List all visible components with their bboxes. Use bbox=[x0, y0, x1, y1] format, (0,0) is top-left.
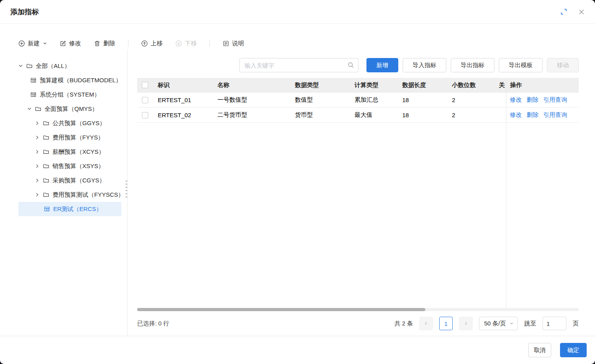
table-icon bbox=[30, 77, 37, 83]
modify-link[interactable]: 修改 bbox=[510, 96, 522, 104]
fixed-column-divider bbox=[506, 78, 506, 307]
delete-link[interactable]: 删除 bbox=[527, 111, 539, 119]
page-size-value: 50 条/页 bbox=[484, 320, 506, 327]
tree-item[interactable]: 采购预算（CGYS） bbox=[18, 173, 121, 188]
selected-count: 已选择: 0 行 bbox=[137, 320, 169, 327]
row-checkbox[interactable] bbox=[142, 112, 148, 118]
chevron-down-icon bbox=[43, 41, 47, 45]
ref-query-link[interactable]: 引用查询 bbox=[543, 111, 567, 119]
tree-item-selected[interactable]: ER测试（ERCS） bbox=[18, 202, 121, 216]
cell-name: 一号数值型 bbox=[213, 93, 290, 107]
tree-item[interactable]: 全部（ALL） bbox=[18, 59, 121, 73]
tree-item[interactable]: 销售预算（XSYS） bbox=[18, 159, 121, 173]
chevron-right-icon[interactable] bbox=[35, 135, 40, 140]
table-header-row: 标识 名称 数据类型 计算类型 数据长度 小数位数 关 操作 bbox=[137, 78, 579, 93]
chevron-right-icon bbox=[463, 321, 468, 326]
folder-icon bbox=[43, 149, 49, 155]
add-button[interactable]: 新增 bbox=[366, 58, 398, 72]
confirm-button[interactable]: 确定 bbox=[560, 343, 587, 357]
cell-relation bbox=[497, 108, 506, 122]
chevron-down-icon[interactable] bbox=[18, 64, 23, 68]
folder-icon bbox=[35, 106, 41, 112]
tree-item-label: 全面预算（QMYS） bbox=[45, 105, 98, 113]
new-button[interactable]: 新建 bbox=[18, 40, 47, 47]
chevron-down-icon[interactable] bbox=[27, 106, 32, 111]
next-page-button[interactable] bbox=[459, 317, 473, 330]
jump-label: 跳至 bbox=[524, 320, 536, 327]
tree-item-label: 公共预算（GGYS） bbox=[52, 120, 105, 127]
dialog-header: 添加指标 bbox=[0, 0, 595, 24]
dialog-footer: 取消 确定 bbox=[0, 336, 595, 364]
page-1-button[interactable]: 1 bbox=[439, 317, 453, 330]
folder-icon bbox=[43, 120, 49, 126]
table-row: ERTEST_01 一号数值型 数值型 累加汇总 18 2 修改 删除 引用查询 bbox=[137, 93, 579, 108]
cell-id: ERTEST_01 bbox=[153, 93, 213, 107]
panel-resize-handle[interactable] bbox=[126, 180, 128, 199]
jump-page-input[interactable] bbox=[543, 317, 566, 330]
tree-item[interactable]: 薪酬预算（XCYS） bbox=[18, 145, 121, 159]
modify-link[interactable]: 修改 bbox=[510, 111, 522, 119]
row-checkbox[interactable] bbox=[142, 97, 148, 103]
horizontal-scrollbar-thumb[interactable] bbox=[137, 308, 425, 311]
tree-item[interactable]: 费用预算测试（FYYSCS） bbox=[18, 188, 121, 202]
group-tree-panel: 全部（ALL） 预算建模（BUDGETMODEL） 系统分组（SYSTEM） 全… bbox=[0, 49, 128, 336]
tree-item[interactable]: 费用预算（FYYS） bbox=[18, 130, 121, 145]
tree-item[interactable]: 预算建模（BUDGETMODEL） bbox=[18, 73, 121, 87]
move-up-button[interactable]: 上移 bbox=[141, 40, 163, 47]
move-button[interactable]: 移动 bbox=[547, 58, 579, 72]
fullscreen-icon[interactable] bbox=[560, 8, 567, 15]
table-icon bbox=[44, 206, 50, 212]
help-button[interactable]: 说明 bbox=[223, 40, 244, 47]
toolbar-separator bbox=[209, 40, 210, 47]
chevron-right-icon[interactable] bbox=[35, 178, 40, 183]
col-header-name: 名称 bbox=[213, 78, 290, 92]
delete-button[interactable]: 删除 bbox=[94, 40, 115, 47]
dialog-title: 添加指标 bbox=[10, 7, 39, 17]
chevron-right-icon[interactable] bbox=[35, 121, 40, 126]
cell-calc-type: 累加汇总 bbox=[350, 93, 397, 107]
tree-item-label: 销售预算（XSYS） bbox=[52, 163, 104, 170]
tree-item[interactable]: 公共预算（GGYS） bbox=[18, 116, 121, 130]
trash-icon bbox=[94, 40, 101, 47]
col-header-data-length: 数据长度 bbox=[397, 78, 447, 92]
delete-link[interactable]: 删除 bbox=[527, 96, 539, 104]
folder-icon bbox=[43, 163, 49, 169]
tree-item-label: 薪酬预算（XCYS） bbox=[52, 148, 105, 156]
edit-icon bbox=[60, 40, 66, 47]
indicator-list-panel: 新增 导入指标 导出指标 导出模板 移动 标识 名称 数据类型 计算类型 数据长… bbox=[128, 49, 595, 336]
help-button-label: 说明 bbox=[232, 40, 244, 47]
tree-item[interactable]: 全面预算（QMYS） bbox=[18, 102, 121, 116]
tree-item[interactable]: 系统分组（SYSTEM） bbox=[18, 87, 121, 102]
tree-item-label: 系统分组（SYSTEM） bbox=[40, 91, 100, 99]
move-up-button-label: 上移 bbox=[151, 40, 163, 47]
folder-icon bbox=[43, 192, 49, 198]
cell-data-length: 18 bbox=[397, 108, 447, 122]
tree-item-label: 采购预算（CGYS） bbox=[52, 177, 105, 184]
tree-item-label: 费用预算（FYYS） bbox=[52, 134, 104, 141]
chevron-right-icon[interactable] bbox=[35, 192, 40, 197]
chevron-right-icon[interactable] bbox=[35, 164, 40, 168]
cancel-button[interactable]: 取消 bbox=[528, 343, 551, 357]
add-indicator-dialog: 添加指标 新建 修改 删除 上移 bbox=[0, 0, 595, 364]
search-icon[interactable] bbox=[347, 62, 354, 68]
import-indicators-button[interactable]: 导入指标 bbox=[403, 58, 446, 72]
modify-button-label: 修改 bbox=[69, 40, 81, 47]
ref-query-link[interactable]: 引用查询 bbox=[543, 96, 567, 104]
move-down-button-label: 下移 bbox=[185, 40, 197, 47]
prev-page-button[interactable] bbox=[419, 317, 433, 330]
toolbar: 新建 修改 删除 上移 下移 说明 bbox=[18, 37, 595, 49]
select-all-checkbox[interactable] bbox=[142, 82, 148, 88]
export-indicators-button[interactable]: 导出指标 bbox=[451, 58, 494, 72]
cell-decimals: 2 bbox=[447, 93, 497, 107]
chevron-right-icon[interactable] bbox=[35, 149, 40, 154]
horizontal-scrollbar[interactable] bbox=[137, 308, 579, 311]
keyword-search-input[interactable] bbox=[239, 58, 359, 72]
close-icon[interactable] bbox=[578, 9, 585, 15]
page-size-select[interactable]: 50 条/页 bbox=[479, 317, 518, 330]
modify-button[interactable]: 修改 bbox=[60, 40, 81, 47]
col-header-data-type: 数据类型 bbox=[290, 78, 350, 92]
delete-button-label: 删除 bbox=[103, 40, 115, 47]
move-down-button[interactable]: 下移 bbox=[175, 40, 197, 47]
export-template-button[interactable]: 导出模板 bbox=[499, 58, 543, 72]
tree-item-label: 费用预算测试（FYYSCS） bbox=[52, 191, 121, 199]
